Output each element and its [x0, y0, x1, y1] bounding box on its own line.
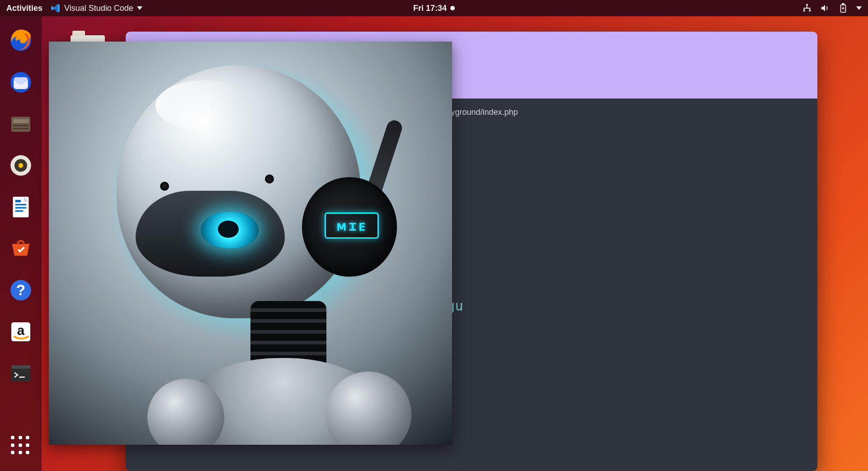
- svg-rect-16: [15, 207, 27, 209]
- status-area[interactable]: [802, 3, 862, 13]
- svg-rect-25: [19, 377, 25, 378]
- dock-firefox[interactable]: [6, 26, 35, 55]
- topbar-left: Activities Visual Studio Code: [6, 3, 142, 13]
- svg-text:?: ?: [16, 282, 25, 298]
- robot-eye: [201, 212, 259, 249]
- apps-grid-icon: [11, 436, 31, 456]
- dock-libreoffice-writer[interactable]: [6, 193, 35, 221]
- rivet-icon: [265, 174, 274, 184]
- clock-text: Fri 17:34: [413, 4, 447, 13]
- svg-rect-9: [13, 125, 29, 127]
- svg-rect-18: [15, 200, 21, 202]
- dock-files[interactable]: [6, 109, 35, 138]
- svg-rect-7: [11, 117, 30, 132]
- active-app-name: Visual Studio Code: [64, 4, 133, 13]
- show-applications[interactable]: [6, 431, 35, 460]
- svg-rect-10: [13, 128, 29, 130]
- activities-button[interactable]: Activities: [6, 4, 42, 13]
- network-icon: [802, 3, 812, 13]
- robot-headphone-label: ᴍɪᴇ: [325, 212, 379, 239]
- dock-terminal[interactable]: [6, 359, 35, 388]
- svg-rect-0: [806, 4, 808, 6]
- svg-rect-24: [11, 366, 30, 369]
- rivet-icon: [160, 182, 169, 191]
- svg-rect-2: [809, 10, 811, 12]
- svg-rect-15: [15, 204, 27, 206]
- dock-ubuntu-software[interactable]: [6, 234, 35, 263]
- chevron-down-icon: [137, 6, 142, 10]
- dock-thunderbird[interactable]: [6, 68, 35, 97]
- chevron-down-icon: [856, 6, 862, 10]
- gnome-top-bar: Activities Visual Studio Code Fri 17:34: [0, 0, 868, 16]
- svg-point-13: [19, 163, 24, 168]
- svg-text:a: a: [17, 323, 25, 338]
- notification-dot-icon: [450, 6, 455, 10]
- vscode-icon: [51, 3, 61, 13]
- volume-icon: [820, 3, 830, 13]
- ubuntu-dock: ? a: [0, 16, 42, 471]
- svg-rect-8: [13, 119, 29, 123]
- dock-rhythmbox[interactable]: [6, 151, 35, 180]
- robot-image-overlay: ᴍɪᴇ: [49, 42, 452, 445]
- dock-amazon[interactable]: a: [6, 317, 35, 346]
- svg-rect-1: [803, 10, 805, 12]
- active-app-menu[interactable]: Visual Studio Code: [51, 3, 142, 13]
- dock-help[interactable]: ?: [6, 276, 35, 305]
- svg-rect-4: [842, 4, 844, 5]
- svg-rect-17: [15, 210, 24, 212]
- clock[interactable]: Fri 17:34: [413, 4, 455, 13]
- battery-icon: [838, 3, 848, 13]
